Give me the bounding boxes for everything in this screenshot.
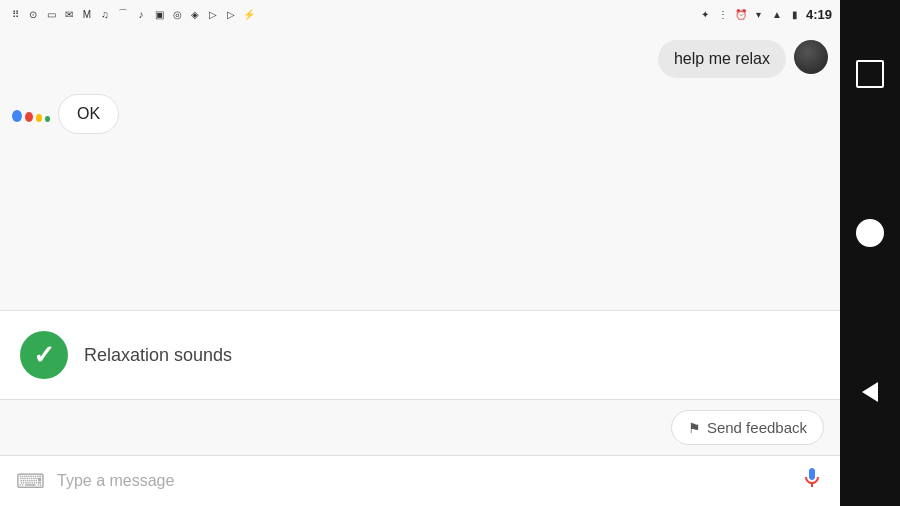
user-message-text: help me relax xyxy=(674,50,770,67)
input-bar: ⌨ Type a message xyxy=(0,455,840,506)
bolt-icon: ⚡ xyxy=(242,7,256,21)
mail-icon: ✉ xyxy=(62,7,76,21)
mic-icon[interactable] xyxy=(800,466,824,496)
alarm-icon: ⏰ xyxy=(734,7,748,21)
card-area: ✓ Relaxation sounds xyxy=(0,310,840,400)
dot-green xyxy=(45,116,50,122)
green-check-circle: ✓ xyxy=(20,331,68,379)
signal-icon: ▾ xyxy=(752,7,766,21)
message-input-placeholder[interactable]: Type a message xyxy=(57,472,788,490)
play2-icon: ▷ xyxy=(224,7,238,21)
check-mark-icon: ✓ xyxy=(33,340,55,371)
shield2-icon: ◈ xyxy=(188,7,202,21)
status-bar: ⠿ ⊙ ▭ ✉ M ♫ ⌒ ♪ ▣ ◎ ◈ ▷ ▷ ⚡ ✦ ⋮ ⏰ ▾ ▲ ▮ … xyxy=(0,0,840,28)
feedback-icon: ⚑ xyxy=(688,420,701,436)
play1-icon: ▷ xyxy=(206,7,220,21)
feedback-button-label: Send feedback xyxy=(707,419,807,436)
overview-button[interactable] xyxy=(856,60,884,88)
home-button[interactable] xyxy=(856,219,884,247)
assistant-row: OK xyxy=(12,94,828,134)
back-button[interactable] xyxy=(856,378,884,406)
google-assistant-logo xyxy=(12,98,50,122)
dot-yellow xyxy=(36,114,42,122)
assistant-reply-text: OK xyxy=(77,105,100,122)
dot-red xyxy=(25,112,33,122)
spotify-icon: ♫ xyxy=(98,7,112,21)
user-message-row: help me relax xyxy=(12,40,828,78)
status-icons-right: ✦ ⋮ ⏰ ▾ ▲ ▮ 4:19 xyxy=(698,7,832,22)
android-nav-buttons xyxy=(840,0,900,506)
dot-blue xyxy=(12,110,22,122)
avatar-image xyxy=(794,40,828,74)
battery-icon: ▮ xyxy=(788,7,802,21)
tablet-icon: ▭ xyxy=(44,7,58,21)
status-icons-left: ⠿ ⊙ ▭ ✉ M ♫ ⌒ ♪ ▣ ◎ ◈ ▷ ▷ ⚡ xyxy=(8,7,256,21)
grid-icon: ⠿ xyxy=(8,7,22,21)
clock: 4:19 xyxy=(806,7,832,22)
send-feedback-button[interactable]: ⚑ Send feedback xyxy=(671,410,824,445)
chat-area: help me relax OK xyxy=(0,28,840,310)
shield-icon: ⊙ xyxy=(26,7,40,21)
bluetooth-icon: ✦ xyxy=(698,7,712,21)
vibrate-icon: ⋮ xyxy=(716,7,730,21)
feedback-row: ⚑ Send feedback xyxy=(0,400,840,455)
network-icon: ▲ xyxy=(770,7,784,21)
circle-icon: ◎ xyxy=(170,7,184,21)
assistant-bubble: OK xyxy=(58,94,119,134)
gmail-icon: M xyxy=(80,7,94,21)
user-avatar xyxy=(794,40,828,74)
card-title: Relaxation sounds xyxy=(84,345,232,366)
keyboard-icon: ⌨ xyxy=(16,469,45,493)
music-icon: ♪ xyxy=(134,7,148,21)
image-icon: ▣ xyxy=(152,7,166,21)
card-row: ✓ Relaxation sounds xyxy=(0,311,840,399)
user-message-bubble: help me relax xyxy=(658,40,786,78)
wifi-icon: ⌒ xyxy=(116,7,130,21)
